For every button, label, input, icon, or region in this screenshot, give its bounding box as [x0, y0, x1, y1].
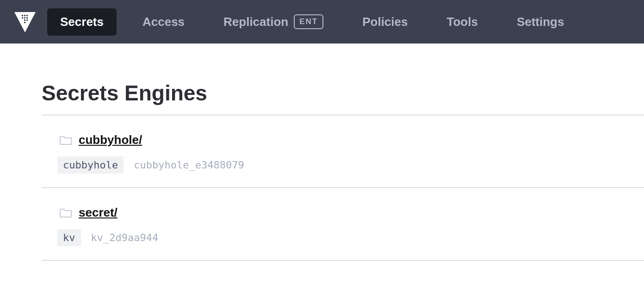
engine-meta: kv kv_2d9aa944 [57, 229, 644, 246]
folder-icon [59, 207, 72, 218]
nav-label: Replication [223, 15, 288, 29]
engine-link-secret[interactable]: secret/ [79, 205, 118, 220]
engine-accessor: kv_2d9aa944 [91, 232, 159, 243]
engine-type-tag: cubbyhole [57, 156, 124, 174]
engine-header: secret/ [59, 205, 644, 220]
nav-label: Policies [362, 15, 408, 29]
svg-rect-2 [24, 15, 25, 16]
svg-rect-5 [24, 17, 25, 19]
nav-policies[interactable]: Policies [349, 8, 421, 36]
main-content: Secrets Engines cubbyhole/ cubbyhole cub… [0, 44, 644, 261]
svg-rect-4 [22, 17, 23, 19]
engine-header: cubbyhole/ [59, 133, 644, 147]
engine-row: cubbyhole/ cubbyhole cubbyhole_e3488079 [42, 115, 644, 187]
svg-rect-1 [22, 15, 23, 16]
nav-label: Tools [446, 15, 477, 29]
engine-link-cubbyhole[interactable]: cubbyhole/ [79, 133, 142, 147]
nav-label: Secrets [60, 15, 104, 29]
vault-logo[interactable] [11, 10, 39, 33]
svg-rect-6 [26, 17, 28, 19]
nav-secrets[interactable]: Secrets [47, 8, 117, 36]
navbar: Secrets Access Replication ENT Policies … [0, 0, 644, 44]
nav-settings[interactable]: Settings [504, 8, 577, 36]
svg-rect-9 [24, 22, 25, 23]
page-title: Secrets Engines [42, 81, 644, 115]
nav-label: Settings [517, 15, 564, 29]
divider [42, 260, 644, 261]
engine-row: secret/ kv kv_2d9aa944 [42, 188, 644, 260]
engine-accessor: cubbyhole_e3488079 [134, 159, 244, 171]
svg-rect-7 [24, 19, 25, 21]
nav-tools[interactable]: Tools [433, 8, 490, 36]
svg-rect-8 [26, 19, 28, 21]
folder-icon [59, 135, 72, 146]
vault-logo-icon [13, 10, 37, 33]
svg-rect-3 [26, 15, 28, 16]
nav-access[interactable]: Access [130, 8, 198, 36]
engine-type-tag: kv [57, 229, 81, 246]
engine-meta: cubbyhole cubbyhole_e3488079 [57, 156, 644, 174]
ent-badge: ENT [294, 14, 323, 29]
nav-replication[interactable]: Replication ENT [211, 8, 336, 36]
nav-label: Access [142, 15, 185, 29]
nav-items: Secrets Access Replication ENT Policies … [47, 8, 590, 36]
